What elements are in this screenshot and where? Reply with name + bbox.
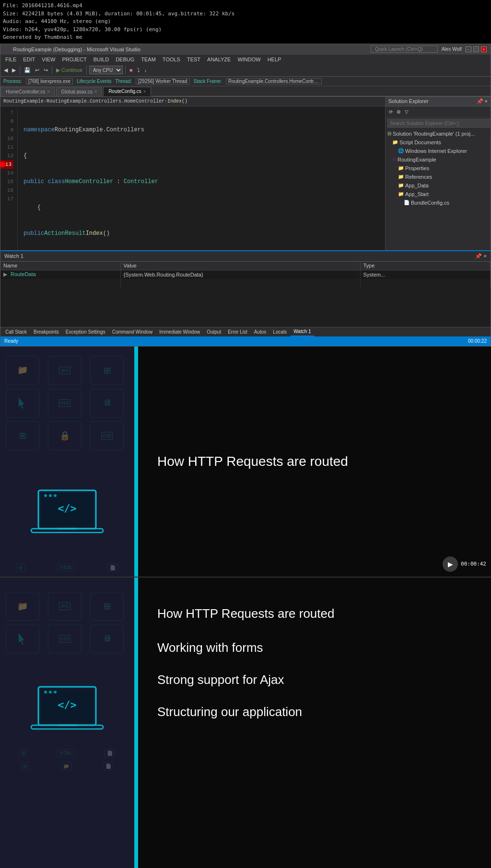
- icon-cell-26: 🖥: [90, 625, 124, 653]
- code-content: namespace RoutingExample.Controllers { p…: [22, 108, 385, 250]
- se-app-start[interactable]: 📁 App_Start: [386, 190, 490, 198]
- tab-homecontroller[interactable]: HomeController.cs ×: [0, 87, 55, 96]
- process-value: [768] iisexpress.exe: [26, 78, 73, 84]
- btab-breakpoints[interactable]: Breakpoints: [31, 327, 62, 336]
- se-references[interactable]: 📁 References: [386, 173, 490, 181]
- close-button[interactable]: ×: [481, 46, 487, 52]
- toolbar-redo[interactable]: ↪: [42, 65, 49, 75]
- tab-routeconfig[interactable]: RouteConfig.cs ×: [103, 87, 151, 96]
- se-script-docs-label: Script Documents: [399, 139, 441, 146]
- btab-exceptions[interactable]: Exception Settings: [63, 327, 108, 336]
- se-filter-btn[interactable]: ▽: [403, 107, 410, 117]
- user-label: Alex Wolf: [442, 46, 462, 52]
- tab-homecontroller-close[interactable]: ×: [47, 89, 49, 94]
- watch-close-icon[interactable]: ×: [484, 253, 487, 259]
- menu-analyze[interactable]: ANALYZE: [204, 55, 234, 64]
- toolbar-step-in[interactable]: ↓: [143, 65, 149, 75]
- file-info-line3: Audio: aac, 44100 Hz, stereo (eng): [3, 18, 488, 26]
- se-search-input[interactable]: [387, 119, 491, 127]
- menu-help[interactable]: HELP: [265, 55, 284, 64]
- btab-locals[interactable]: Locals: [270, 327, 290, 336]
- toolbar-continue[interactable]: ▶ Continue: [55, 65, 84, 75]
- toolbar-debug-stop[interactable]: ■: [128, 65, 134, 75]
- status-bar: Ready 00:00:22: [0, 336, 491, 346]
- se-properties[interactable]: 📁 Properties: [386, 164, 490, 173]
- toolbar-forward[interactable]: ▶: [11, 65, 17, 75]
- btab-autos[interactable]: Autos: [251, 327, 269, 336]
- menu-test[interactable]: TEST: [184, 55, 203, 64]
- se-ie-item[interactable]: 🌐 Windows Internet Explorer: [386, 147, 490, 155]
- tab-globalasax-close[interactable]: ×: [94, 89, 97, 94]
- tab-globalasax[interactable]: Global.asax.cs ×: [56, 87, 103, 96]
- btab-errorlist[interactable]: Error List: [225, 327, 250, 336]
- se-title-controls: 📌 ×: [477, 98, 488, 104]
- video-item-2: Working with forms: [157, 640, 472, 655]
- svg-text:</>: </>: [58, 502, 77, 514]
- css-label: CSS: [59, 399, 71, 407]
- menu-view[interactable]: VIEW: [39, 55, 58, 64]
- menu-tools[interactable]: TOOLS: [160, 55, 183, 64]
- code-editor[interactable]: RoutingExample › RoutingExample.Controll…: [0, 97, 385, 250]
- video-section-2: 📁 JPG ⊞ CSS 🖥: [0, 577, 491, 868]
- maximize-button[interactable]: □: [473, 46, 479, 52]
- watch-row1-type: System...: [360, 270, 491, 279]
- se-file-icon: 📄: [404, 199, 409, 207]
- watch-row1-value: {System.Web.Routing.RouteData}: [120, 270, 360, 279]
- play-button-1[interactable]: ▶: [443, 556, 458, 572]
- toolbar-back[interactable]: ◀: [2, 65, 9, 75]
- watch-row-1[interactable]: ▶ RouteData {System.Web.Routing.RouteDat…: [0, 270, 491, 279]
- se-script-docs[interactable]: 📁 Script Documents: [386, 138, 490, 147]
- svg-point-13: [54, 691, 57, 694]
- accent-bar-2: [134, 578, 138, 868]
- vs-window: ⬡ RoutingExample (Debugging) - Microsoft…: [0, 44, 491, 347]
- debug-target-dropdown[interactable]: Any CPU: [89, 66, 123, 74]
- play-icon-1: ▶: [448, 560, 453, 568]
- watch-row1-name: ▶ RouteData: [0, 270, 120, 279]
- se-appstart-icon: 📁: [398, 190, 404, 198]
- watch-row-empty[interactable]: [0, 279, 491, 288]
- title-bar: ⬡ RoutingExample (Debugging) - Microsoft…: [0, 44, 491, 55]
- se-props-btn[interactable]: ⚙: [395, 107, 402, 117]
- watch-pin-icon[interactable]: 📌: [475, 253, 482, 259]
- se-app-data[interactable]: 📁 App_Data: [386, 181, 490, 190]
- toolbar-step-over[interactable]: ⤵: [136, 65, 141, 75]
- se-folder-icon: 📁: [392, 139, 398, 146]
- laptop-container: </>: [29, 486, 105, 543]
- tab-routeconfig-close[interactable]: ×: [143, 89, 146, 94]
- svg-point-11: [44, 691, 47, 694]
- jpg-icon: JPG: [59, 367, 70, 374]
- icon-cell-8: 🔒: [48, 421, 82, 450]
- menu-file[interactable]: FILE: [2, 55, 19, 64]
- watch-col-value: Value: [120, 262, 360, 270]
- se-sync-btn[interactable]: ⟳: [387, 107, 394, 117]
- btab-immediate[interactable]: Immediate Window: [156, 327, 203, 336]
- btab-callstack[interactable]: Call Stack: [2, 327, 30, 336]
- menu-team[interactable]: TEAM: [138, 55, 159, 64]
- video-controls-1: ▶ 00:00:42: [443, 556, 486, 572]
- btab-output[interactable]: Output: [204, 327, 224, 336]
- btab-command[interactable]: Command Window: [109, 327, 155, 336]
- title-bar-left: ⬡ RoutingExample (Debugging) - Microsoft…: [4, 46, 140, 53]
- thread-value: [29256] Worker Thread: [136, 78, 189, 84]
- tab-globalasax-label: Global.asax.cs: [61, 89, 93, 94]
- quick-launch-input[interactable]: Quick Launch (Ctrl+Q): [371, 46, 438, 53]
- cursor-icon: [17, 397, 28, 409]
- se-bundleconfig[interactable]: 📄 BundleConfig.cs: [386, 198, 490, 207]
- se-routing-proj[interactable]: ⊟ RoutingExample: [386, 155, 490, 164]
- se-pin-icon[interactable]: 📌: [477, 98, 483, 104]
- menu-edit[interactable]: EDIT: [20, 55, 38, 64]
- se-close-icon[interactable]: ×: [485, 98, 488, 104]
- menu-window[interactable]: WINDOW: [234, 55, 263, 64]
- btab-watch1[interactable]: Watch 1: [291, 327, 314, 336]
- menu-debug[interactable]: DEBUG: [113, 55, 137, 64]
- menu-build[interactable]: BUILD: [91, 55, 112, 64]
- toolbar-undo[interactable]: ↩: [34, 65, 41, 75]
- breadcrumb-ns: RoutingExample.Controllers.HomeControlle…: [47, 99, 164, 104]
- toolbar-save[interactable]: 💾: [23, 65, 32, 75]
- minimize-button[interactable]: −: [466, 46, 471, 52]
- menu-project[interactable]: PROJECT: [59, 55, 89, 64]
- se-solution-item[interactable]: ⊟ Solution 'RoutingExample' (1 proj...: [386, 129, 490, 138]
- icon-cell-23: ⊞: [90, 592, 124, 621]
- title-bar-controls[interactable]: − □ ×: [466, 46, 487, 52]
- video-section-1: 📁 JPG ⊞ CSS 🖥 ⊞: [0, 347, 491, 577]
